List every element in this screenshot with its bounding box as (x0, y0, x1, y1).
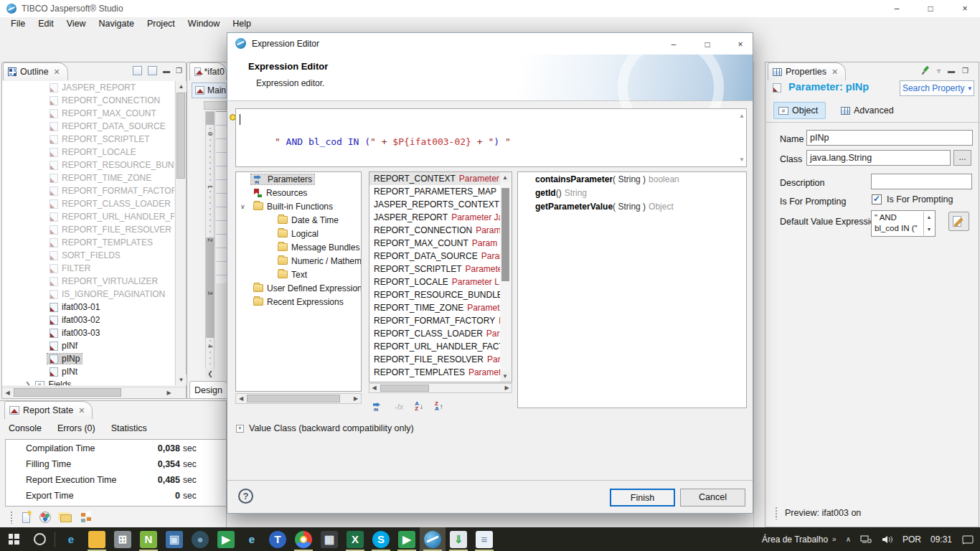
function-item[interactable]: getId () String (518, 187, 746, 199)
parameter-list-item[interactable]: REPORT_CONTEXT Parameter (369, 172, 512, 185)
outline-item[interactable]: FILTER (2, 262, 174, 275)
tree-item[interactable]: Message Bundles (236, 240, 361, 254)
design-tab[interactable]: Design (189, 381, 230, 398)
list-horizontal-scrollbar[interactable]: ◀ ▶ (369, 383, 512, 393)
scrollbar-thumb[interactable] (380, 385, 429, 392)
outline-item[interactable]: REPORT_SCRIPTLET (2, 133, 174, 146)
outline-item[interactable]: REPORT_URL_HANDLER_FAC (2, 210, 174, 223)
help-button[interactable]: ? (238, 489, 253, 504)
start-button[interactable] (0, 527, 27, 551)
taskbar-app[interactable]: e (239, 527, 265, 551)
outline-item[interactable]: REPORT_RESOURCE_BUNDLE (2, 159, 174, 171)
view-menu-icon[interactable]: ▿ (937, 67, 941, 75)
menu-item[interactable]: Edit (32, 17, 60, 32)
spinner[interactable]: ▲▼ (923, 212, 934, 235)
expand-plus-icon[interactable]: + (236, 425, 244, 433)
description-field[interactable] (871, 174, 972, 189)
sort-ascending-icon[interactable]: AZ↓ (415, 401, 423, 411)
outline-vertical-scrollbar[interactable]: ▲ ▼ (175, 81, 186, 385)
network-icon[interactable] (860, 534, 872, 545)
parameter-list-item[interactable]: JASPER_REPORTS_CONTEXT P (369, 198, 512, 211)
finish-button[interactable]: Finish (610, 489, 675, 507)
expander-icon[interactable]: ∨ (240, 203, 248, 210)
outline-item[interactable]: pINp (2, 352, 174, 365)
tree-item[interactable]: Parameters (236, 172, 361, 186)
scroll-left-icon[interactable]: ◀ (236, 394, 246, 403)
scroll-left-icon[interactable]: ❮ (205, 369, 215, 379)
hierarchy-icon[interactable] (81, 512, 93, 523)
tree-item[interactable]: Text (236, 268, 361, 281)
parameter-list-item[interactable]: REPORT_FILE_RESOLVER Param (369, 353, 512, 366)
parameter-list-item[interactable]: REPORT_CONNECTION Param (369, 224, 512, 237)
tab-object[interactable]: # Object (773, 102, 826, 119)
taskbar-app[interactable] (420, 527, 446, 551)
scrollbar-thumb[interactable] (14, 388, 121, 397)
cancel-button[interactable]: Cancel (680, 489, 745, 507)
view-menu-icon[interactable] (148, 66, 157, 75)
outline-item[interactable]: IS_IGNORE_PAGINATION (2, 288, 174, 301)
expression-input[interactable]: " AND bl_cod IN (" + $P{ifat003-02} + ")… (235, 108, 747, 167)
desktop-toolbar[interactable]: Área de Trabalho » (762, 534, 837, 545)
scroll-up-icon[interactable]: ▲ (176, 81, 187, 92)
menu-item[interactable]: View (60, 17, 93, 32)
taskbar-app[interactable]: ● (187, 527, 213, 551)
parameter-list-item[interactable]: REPORT_URL_HANDLER_FACT (369, 340, 512, 353)
menu-item[interactable]: Navigate (93, 17, 141, 32)
palette-icon[interactable] (39, 512, 51, 523)
outline-item[interactable]: REPORT_TIME_ZONE (2, 171, 174, 184)
notification-icon[interactable] (961, 534, 974, 545)
parameter-list-item[interactable]: REPORT_DATA_SOURCE Paran (369, 250, 512, 263)
tree-item[interactable]: Recent Expressions (236, 295, 361, 309)
clock[interactable]: 09:31 (930, 534, 952, 545)
report-state-tab-close-icon[interactable]: ✕ (78, 406, 85, 415)
outline-item[interactable]: REPORT_MAX_COUNT (2, 107, 174, 120)
edit-expression-button[interactable] (948, 212, 969, 231)
parameter-list-item[interactable]: REPORT_RESOURCE_BUNDLE (369, 288, 512, 301)
scroll-up-icon[interactable]: ▲ (500, 172, 510, 183)
minimize-panel-icon[interactable]: ▬ (948, 67, 955, 75)
name-field[interactable]: pINp (806, 130, 973, 146)
taskbar-app[interactable]: ≡ (471, 527, 497, 551)
editor-tab[interactable]: *ifat0 (189, 62, 227, 80)
scrollbar-thumb[interactable] (176, 93, 185, 179)
report-canvas[interactable] (216, 111, 227, 283)
taskbar-app[interactable]: ▣ (161, 527, 187, 551)
parameter-list-item[interactable]: REPORT_TIME_ZONE Paramet (369, 301, 512, 314)
function-icon[interactable]: -fx (395, 402, 403, 411)
tab-advanced[interactable]: Advanced (841, 102, 894, 119)
is-for-prompting-checkbox[interactable] (872, 194, 882, 204)
chevron-right-icon[interactable]: ❯ (25, 381, 31, 385)
report-state-subtab[interactable]: Errors (0) (57, 423, 95, 433)
outline-item[interactable]: pINf (2, 339, 174, 352)
tree-item[interactable]: ∨ Built-in Functions (236, 199, 361, 213)
outline-item-fields[interactable]: ❯ # Fields (2, 378, 174, 385)
tree-item[interactable]: User Defined Expressions (236, 281, 361, 295)
outline-item[interactable]: ifat003-02 (2, 314, 174, 326)
outline-item[interactable]: JASPER_REPORT (2, 81, 174, 94)
default-value-expression-field[interactable]: " AND bl_cod IN (" ▲▼ (871, 210, 936, 237)
parameter-list-item[interactable]: REPORT_SCRIPTLET Paramete (369, 263, 512, 276)
scroll-up-icon[interactable]: ▲ (739, 113, 745, 119)
taskbar-app[interactable] (291, 527, 316, 551)
function-item[interactable]: containsParameter ( String ) boolean (518, 173, 746, 186)
menu-item[interactable]: Window (182, 17, 226, 32)
outline-tab-close-icon[interactable]: ✕ (54, 67, 60, 77)
taskbar-app[interactable] (84, 527, 110, 551)
new-report-icon[interactable] (22, 512, 30, 523)
parameter-list-item[interactable]: REPORT_LOCALE Parameter L (369, 276, 512, 288)
report-state-subtab[interactable]: Console (9, 423, 42, 433)
tree-item[interactable]: Resources (236, 186, 361, 199)
taskbar-app[interactable]: T (265, 527, 291, 551)
outline-item[interactable]: REPORT_LOCALE (2, 146, 174, 159)
spinner-down-icon[interactable]: ▼ (924, 224, 934, 236)
copy-icon[interactable] (60, 514, 72, 522)
pin-icon[interactable] (921, 66, 930, 75)
maximize-panel-icon[interactable]: ❐ (962, 67, 969, 75)
parameter-list-item[interactable]: REPORT_TEMPLATES Paramet (369, 366, 512, 379)
outline-item[interactable]: REPORT_TEMPLATES (2, 236, 174, 249)
taskbar-app[interactable]: N (136, 527, 161, 551)
parameter-list-item[interactable]: REPORT_MAX_COUNT Param (369, 237, 512, 250)
list-vertical-scrollbar[interactable]: ▲ ▼ (500, 172, 512, 382)
taskbar-app[interactable]: S (368, 527, 394, 551)
outline-item[interactable]: REPORT_FILE_RESOLVER (2, 223, 174, 236)
